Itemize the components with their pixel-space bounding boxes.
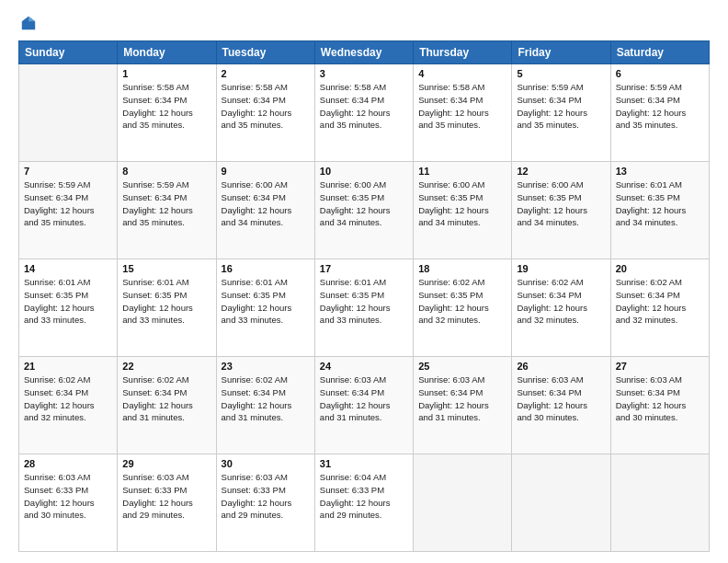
day-info: Sunrise: 6:03 AMSunset: 6:34 PMDaylight:… bbox=[320, 373, 408, 424]
calendar-week-row: 1Sunrise: 5:58 AMSunset: 6:34 PMDaylight… bbox=[19, 64, 710, 162]
logo-text bbox=[18, 15, 37, 31]
day-number: 19 bbox=[517, 263, 605, 274]
day-number: 12 bbox=[517, 166, 605, 177]
calendar-cell: 27Sunrise: 6:03 AMSunset: 6:34 PMDayligh… bbox=[610, 357, 709, 454]
day-number: 21 bbox=[24, 361, 112, 372]
calendar-cell: 26Sunrise: 6:03 AMSunset: 6:34 PMDayligh… bbox=[512, 357, 610, 454]
day-number: 11 bbox=[418, 166, 506, 177]
day-number: 3 bbox=[320, 68, 408, 79]
calendar-cell bbox=[512, 454, 610, 552]
day-info: Sunrise: 6:01 AMSunset: 6:35 PMDaylight:… bbox=[24, 276, 112, 327]
day-info: Sunrise: 6:02 AMSunset: 6:34 PMDaylight:… bbox=[222, 373, 310, 424]
day-info: Sunrise: 6:03 AMSunset: 6:33 PMDaylight:… bbox=[24, 471, 112, 522]
day-number: 10 bbox=[320, 166, 408, 177]
day-number: 15 bbox=[122, 263, 210, 274]
day-info: Sunrise: 6:02 AMSunset: 6:34 PMDaylight:… bbox=[24, 373, 112, 424]
day-number: 2 bbox=[222, 68, 310, 79]
logo-icon bbox=[20, 15, 37, 31]
day-header-sunday: Sunday bbox=[19, 41, 118, 64]
day-info: Sunrise: 6:01 AMSunset: 6:35 PMDaylight:… bbox=[616, 178, 704, 229]
day-info: Sunrise: 5:58 AMSunset: 6:34 PMDaylight:… bbox=[418, 81, 506, 132]
day-info: Sunrise: 6:00 AMSunset: 6:34 PMDaylight:… bbox=[222, 178, 310, 229]
day-number: 14 bbox=[24, 263, 112, 274]
day-info: Sunrise: 6:02 AMSunset: 6:34 PMDaylight:… bbox=[122, 373, 210, 424]
calendar-cell: 23Sunrise: 6:02 AMSunset: 6:34 PMDayligh… bbox=[216, 357, 314, 454]
day-info: Sunrise: 5:59 AMSunset: 6:34 PMDaylight:… bbox=[122, 178, 210, 229]
calendar-cell bbox=[19, 64, 118, 162]
calendar-cell: 8Sunrise: 5:59 AMSunset: 6:34 PMDaylight… bbox=[118, 162, 216, 259]
calendar-week-row: 7Sunrise: 5:59 AMSunset: 6:34 PMDaylight… bbox=[19, 162, 710, 259]
page: SundayMondayTuesdayWednesdayThursdayFrid… bbox=[0, 0, 728, 563]
day-info: Sunrise: 6:03 AMSunset: 6:33 PMDaylight:… bbox=[222, 471, 310, 522]
day-number: 9 bbox=[222, 166, 310, 177]
day-info: Sunrise: 6:02 AMSunset: 6:34 PMDaylight:… bbox=[517, 276, 605, 327]
day-info: Sunrise: 5:59 AMSunset: 6:34 PMDaylight:… bbox=[616, 81, 704, 132]
day-number: 17 bbox=[320, 263, 408, 274]
calendar-cell: 20Sunrise: 6:02 AMSunset: 6:34 PMDayligh… bbox=[610, 259, 709, 357]
day-header-tuesday: Tuesday bbox=[216, 41, 314, 64]
calendar-header-row: SundayMondayTuesdayWednesdayThursdayFrid… bbox=[19, 41, 710, 64]
calendar-week-row: 21Sunrise: 6:02 AMSunset: 6:34 PMDayligh… bbox=[19, 357, 710, 454]
calendar-cell: 2Sunrise: 5:58 AMSunset: 6:34 PMDaylight… bbox=[216, 64, 314, 162]
day-number: 18 bbox=[418, 263, 506, 274]
calendar-week-row: 28Sunrise: 6:03 AMSunset: 6:33 PMDayligh… bbox=[19, 454, 710, 552]
calendar-cell: 19Sunrise: 6:02 AMSunset: 6:34 PMDayligh… bbox=[512, 259, 610, 357]
calendar-cell: 4Sunrise: 5:58 AMSunset: 6:34 PMDaylight… bbox=[414, 64, 512, 162]
calendar-cell: 16Sunrise: 6:01 AMSunset: 6:35 PMDayligh… bbox=[216, 259, 314, 357]
calendar-cell: 24Sunrise: 6:03 AMSunset: 6:34 PMDayligh… bbox=[314, 357, 413, 454]
calendar-cell: 6Sunrise: 5:59 AMSunset: 6:34 PMDaylight… bbox=[610, 64, 709, 162]
calendar-cell: 29Sunrise: 6:03 AMSunset: 6:33 PMDayligh… bbox=[118, 454, 216, 552]
day-header-monday: Monday bbox=[118, 41, 216, 64]
day-info: Sunrise: 6:02 AMSunset: 6:34 PMDaylight:… bbox=[616, 276, 704, 327]
day-number: 29 bbox=[122, 458, 210, 469]
calendar-cell: 21Sunrise: 6:02 AMSunset: 6:34 PMDayligh… bbox=[19, 357, 118, 454]
calendar-cell: 15Sunrise: 6:01 AMSunset: 6:35 PMDayligh… bbox=[118, 259, 216, 357]
day-number: 27 bbox=[616, 361, 704, 372]
day-header-wednesday: Wednesday bbox=[314, 41, 413, 64]
day-info: Sunrise: 6:03 AMSunset: 6:33 PMDaylight:… bbox=[122, 471, 210, 522]
day-info: Sunrise: 6:03 AMSunset: 6:34 PMDaylight:… bbox=[418, 373, 506, 424]
day-number: 28 bbox=[24, 458, 112, 469]
day-number: 30 bbox=[222, 458, 310, 469]
day-info: Sunrise: 6:01 AMSunset: 6:35 PMDaylight:… bbox=[320, 276, 408, 327]
day-header-saturday: Saturday bbox=[610, 41, 709, 64]
day-info: Sunrise: 5:58 AMSunset: 6:34 PMDaylight:… bbox=[222, 81, 310, 132]
calendar-cell: 28Sunrise: 6:03 AMSunset: 6:33 PMDayligh… bbox=[19, 454, 118, 552]
day-number: 8 bbox=[122, 166, 210, 177]
calendar-week-row: 14Sunrise: 6:01 AMSunset: 6:35 PMDayligh… bbox=[19, 259, 710, 357]
calendar-cell: 11Sunrise: 6:00 AMSunset: 6:35 PMDayligh… bbox=[414, 162, 512, 259]
day-number: 22 bbox=[122, 361, 210, 372]
calendar-cell: 22Sunrise: 6:02 AMSunset: 6:34 PMDayligh… bbox=[118, 357, 216, 454]
day-info: Sunrise: 6:03 AMSunset: 6:34 PMDaylight:… bbox=[616, 373, 704, 424]
logo bbox=[18, 15, 37, 31]
calendar-cell: 12Sunrise: 6:00 AMSunset: 6:35 PMDayligh… bbox=[512, 162, 610, 259]
day-info: Sunrise: 6:04 AMSunset: 6:33 PMDaylight:… bbox=[320, 471, 408, 522]
svg-marker-1 bbox=[28, 17, 35, 21]
calendar-table: SundayMondayTuesdayWednesdayThursdayFrid… bbox=[18, 40, 710, 552]
day-info: Sunrise: 6:01 AMSunset: 6:35 PMDaylight:… bbox=[122, 276, 210, 327]
day-info: Sunrise: 6:03 AMSunset: 6:34 PMDaylight:… bbox=[517, 373, 605, 424]
header bbox=[18, 15, 710, 31]
day-number: 20 bbox=[616, 263, 704, 274]
day-info: Sunrise: 6:01 AMSunset: 6:35 PMDaylight:… bbox=[222, 276, 310, 327]
calendar-cell: 31Sunrise: 6:04 AMSunset: 6:33 PMDayligh… bbox=[314, 454, 413, 552]
calendar-cell: 3Sunrise: 5:58 AMSunset: 6:34 PMDaylight… bbox=[314, 64, 413, 162]
calendar-cell: 9Sunrise: 6:00 AMSunset: 6:34 PMDaylight… bbox=[216, 162, 314, 259]
day-number: 5 bbox=[517, 68, 605, 79]
calendar-cell bbox=[414, 454, 512, 552]
day-number: 7 bbox=[24, 166, 112, 177]
day-info: Sunrise: 5:59 AMSunset: 6:34 PMDaylight:… bbox=[517, 81, 605, 132]
day-number: 24 bbox=[320, 361, 408, 372]
day-info: Sunrise: 5:58 AMSunset: 6:34 PMDaylight:… bbox=[122, 81, 210, 132]
calendar-cell: 5Sunrise: 5:59 AMSunset: 6:34 PMDaylight… bbox=[512, 64, 610, 162]
day-header-thursday: Thursday bbox=[414, 41, 512, 64]
calendar-cell: 18Sunrise: 6:02 AMSunset: 6:35 PMDayligh… bbox=[414, 259, 512, 357]
day-number: 1 bbox=[122, 68, 210, 79]
day-info: Sunrise: 5:59 AMSunset: 6:34 PMDaylight:… bbox=[24, 178, 112, 229]
day-info: Sunrise: 5:58 AMSunset: 6:34 PMDaylight:… bbox=[320, 81, 408, 132]
day-info: Sunrise: 6:00 AMSunset: 6:35 PMDaylight:… bbox=[517, 178, 605, 229]
calendar-cell: 30Sunrise: 6:03 AMSunset: 6:33 PMDayligh… bbox=[216, 454, 314, 552]
calendar-cell bbox=[610, 454, 709, 552]
calendar-cell: 14Sunrise: 6:01 AMSunset: 6:35 PMDayligh… bbox=[19, 259, 118, 357]
calendar-cell: 25Sunrise: 6:03 AMSunset: 6:34 PMDayligh… bbox=[414, 357, 512, 454]
